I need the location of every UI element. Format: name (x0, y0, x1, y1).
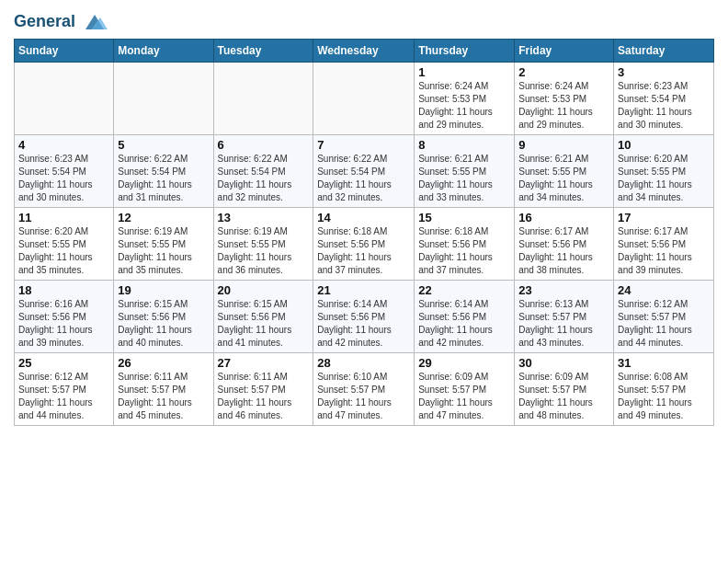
day-number: 17 (618, 211, 710, 224)
calendar-cell (313, 63, 415, 135)
day-number: 5 (118, 138, 209, 152)
calendar-cell: 20Sunrise: 6:15 AM Sunset: 5:56 PM Dayli… (213, 281, 313, 353)
calendar-cell: 26Sunrise: 6:11 AM Sunset: 5:57 PM Dayli… (114, 353, 213, 426)
calendar-cell: 23Sunrise: 6:13 AM Sunset: 5:57 PM Dayli… (515, 281, 614, 353)
calendar-week-3: 11Sunrise: 6:20 AM Sunset: 5:55 PM Dayli… (15, 208, 714, 281)
weekday-header-sunday: Sunday (15, 40, 114, 63)
calendar-header-row: SundayMondayTuesdayWednesdayThursdayFrid… (15, 40, 714, 63)
day-number: 26 (118, 356, 209, 370)
day-info: Sunrise: 6:19 AM Sunset: 5:55 PM Dayligh… (118, 225, 209, 277)
day-info: Sunrise: 6:12 AM Sunset: 5:57 PM Dayligh… (618, 298, 710, 350)
day-number: 10 (618, 138, 710, 152)
day-info: Sunrise: 6:21 AM Sunset: 5:55 PM Dayligh… (418, 153, 510, 204)
logo-text: General (14, 13, 108, 31)
calendar-cell: 22Sunrise: 6:14 AM Sunset: 5:56 PM Dayli… (415, 281, 515, 353)
calendar-week-5: 25Sunrise: 6:12 AM Sunset: 5:57 PM Dayli… (15, 353, 714, 426)
day-number: 30 (518, 356, 609, 370)
calendar-cell: 8Sunrise: 6:21 AM Sunset: 5:55 PM Daylig… (415, 135, 515, 208)
day-info: Sunrise: 6:11 AM Sunset: 5:57 PM Dayligh… (118, 371, 209, 422)
day-info: Sunrise: 6:24 AM Sunset: 5:53 PM Dayligh… (418, 80, 510, 132)
day-number: 7 (317, 138, 410, 152)
calendar-cell: 6Sunrise: 6:22 AM Sunset: 5:54 PM Daylig… (213, 135, 313, 208)
day-number: 4 (18, 138, 109, 152)
day-number: 3 (618, 65, 710, 79)
day-number: 20 (218, 283, 310, 297)
calendar-week-1: 1Sunrise: 6:24 AM Sunset: 5:53 PM Daylig… (15, 63, 714, 135)
day-number: 25 (18, 356, 109, 370)
calendar-cell: 15Sunrise: 6:18 AM Sunset: 5:56 PM Dayli… (415, 208, 515, 281)
day-number: 8 (418, 138, 510, 152)
day-info: Sunrise: 6:17 AM Sunset: 5:56 PM Dayligh… (618, 225, 710, 277)
weekday-header-tuesday: Tuesday (213, 40, 313, 63)
day-info: Sunrise: 6:13 AM Sunset: 5:57 PM Dayligh… (518, 298, 609, 350)
logo-icon (82, 13, 108, 31)
day-info: Sunrise: 6:14 AM Sunset: 5:56 PM Dayligh… (418, 298, 510, 350)
day-info: Sunrise: 6:11 AM Sunset: 5:57 PM Dayligh… (218, 371, 310, 422)
logo: General (14, 13, 108, 31)
page-container: General SundayMondayTuesdayWednesdayThur… (0, 0, 728, 431)
day-number: 21 (317, 283, 410, 297)
calendar-week-4: 18Sunrise: 6:16 AM Sunset: 5:56 PM Dayli… (15, 281, 714, 353)
day-number: 28 (317, 356, 410, 370)
day-info: Sunrise: 6:12 AM Sunset: 5:57 PM Dayligh… (18, 371, 109, 422)
calendar-cell (114, 63, 213, 135)
calendar-week-2: 4Sunrise: 6:23 AM Sunset: 5:54 PM Daylig… (15, 135, 714, 208)
day-info: Sunrise: 6:14 AM Sunset: 5:56 PM Dayligh… (317, 298, 410, 350)
day-info: Sunrise: 6:18 AM Sunset: 5:56 PM Dayligh… (418, 225, 510, 277)
day-info: Sunrise: 6:24 AM Sunset: 5:53 PM Dayligh… (518, 80, 609, 132)
calendar-cell: 2Sunrise: 6:24 AM Sunset: 5:53 PM Daylig… (515, 63, 614, 135)
day-info: Sunrise: 6:22 AM Sunset: 5:54 PM Dayligh… (118, 153, 209, 204)
day-info: Sunrise: 6:09 AM Sunset: 5:57 PM Dayligh… (518, 371, 609, 422)
day-number: 15 (418, 211, 510, 224)
day-info: Sunrise: 6:19 AM Sunset: 5:55 PM Dayligh… (218, 225, 310, 277)
day-number: 16 (518, 211, 609, 224)
day-info: Sunrise: 6:23 AM Sunset: 5:54 PM Dayligh… (618, 80, 710, 132)
calendar-cell: 24Sunrise: 6:12 AM Sunset: 5:57 PM Dayli… (614, 281, 714, 353)
day-number: 12 (118, 211, 209, 224)
day-info: Sunrise: 6:09 AM Sunset: 5:57 PM Dayligh… (418, 371, 510, 422)
day-info: Sunrise: 6:22 AM Sunset: 5:54 PM Dayligh… (218, 153, 310, 204)
day-info: Sunrise: 6:20 AM Sunset: 5:55 PM Dayligh… (18, 225, 109, 277)
calendar-cell: 4Sunrise: 6:23 AM Sunset: 5:54 PM Daylig… (15, 135, 114, 208)
day-info: Sunrise: 6:23 AM Sunset: 5:54 PM Dayligh… (18, 153, 109, 204)
weekday-header-monday: Monday (114, 40, 213, 63)
calendar-cell: 27Sunrise: 6:11 AM Sunset: 5:57 PM Dayli… (213, 353, 313, 426)
day-info: Sunrise: 6:17 AM Sunset: 5:56 PM Dayligh… (518, 225, 609, 277)
day-info: Sunrise: 6:08 AM Sunset: 5:57 PM Dayligh… (618, 371, 710, 422)
day-info: Sunrise: 6:10 AM Sunset: 5:57 PM Dayligh… (317, 371, 410, 422)
calendar-cell: 19Sunrise: 6:15 AM Sunset: 5:56 PM Dayli… (114, 281, 213, 353)
calendar-cell: 12Sunrise: 6:19 AM Sunset: 5:55 PM Dayli… (114, 208, 213, 281)
calendar-cell: 31Sunrise: 6:08 AM Sunset: 5:57 PM Dayli… (614, 353, 714, 426)
calendar-cell: 16Sunrise: 6:17 AM Sunset: 5:56 PM Dayli… (515, 208, 614, 281)
day-info: Sunrise: 6:16 AM Sunset: 5:56 PM Dayligh… (18, 298, 109, 350)
calendar-cell: 18Sunrise: 6:16 AM Sunset: 5:56 PM Dayli… (15, 281, 114, 353)
calendar-cell: 9Sunrise: 6:21 AM Sunset: 5:55 PM Daylig… (515, 135, 614, 208)
day-number: 1 (418, 65, 510, 79)
day-number: 19 (118, 283, 209, 297)
calendar-cell: 11Sunrise: 6:20 AM Sunset: 5:55 PM Dayli… (15, 208, 114, 281)
header: General (14, 9, 714, 31)
weekday-header-saturday: Saturday (614, 40, 714, 63)
calendar-cell: 5Sunrise: 6:22 AM Sunset: 5:54 PM Daylig… (114, 135, 213, 208)
calendar-cell: 10Sunrise: 6:20 AM Sunset: 5:55 PM Dayli… (614, 135, 714, 208)
day-info: Sunrise: 6:22 AM Sunset: 5:54 PM Dayligh… (317, 153, 410, 204)
day-number: 18 (18, 283, 109, 297)
day-number: 6 (218, 138, 310, 152)
calendar-cell: 29Sunrise: 6:09 AM Sunset: 5:57 PM Dayli… (415, 353, 515, 426)
day-info: Sunrise: 6:15 AM Sunset: 5:56 PM Dayligh… (118, 298, 209, 350)
day-number: 13 (218, 211, 310, 224)
day-number: 23 (518, 283, 609, 297)
day-number: 27 (218, 356, 310, 370)
calendar-cell: 13Sunrise: 6:19 AM Sunset: 5:55 PM Dayli… (213, 208, 313, 281)
day-number: 31 (618, 356, 710, 370)
calendar-cell (213, 63, 313, 135)
calendar-cell: 3Sunrise: 6:23 AM Sunset: 5:54 PM Daylig… (614, 63, 714, 135)
day-number: 11 (18, 211, 109, 224)
calendar-cell: 7Sunrise: 6:22 AM Sunset: 5:54 PM Daylig… (313, 135, 415, 208)
calendar-cell: 17Sunrise: 6:17 AM Sunset: 5:56 PM Dayli… (614, 208, 714, 281)
weekday-header-friday: Friday (515, 40, 614, 63)
day-number: 9 (518, 138, 609, 152)
day-number: 22 (418, 283, 510, 297)
calendar-cell: 1Sunrise: 6:24 AM Sunset: 5:53 PM Daylig… (415, 63, 515, 135)
calendar-cell (15, 63, 114, 135)
